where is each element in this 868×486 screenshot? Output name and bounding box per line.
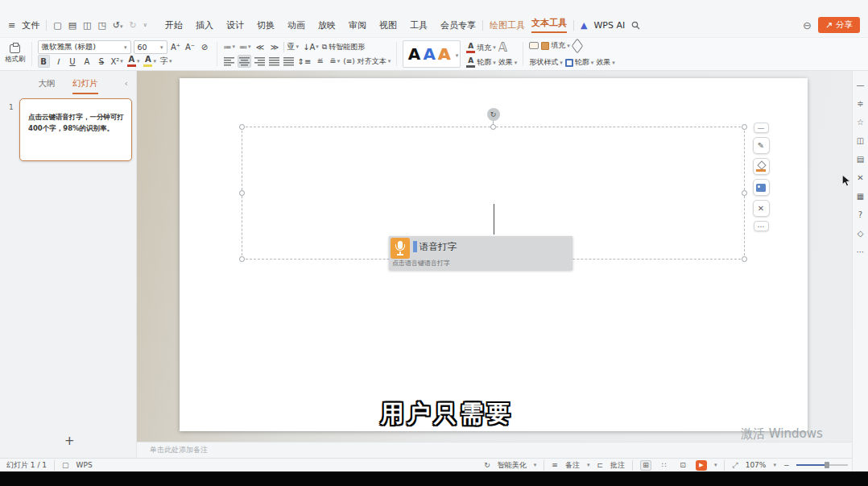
hamburger-icon[interactable]: ≡ [8, 20, 15, 31]
text-style-plain[interactable]: A [408, 44, 420, 64]
style-brush-button[interactable]: ✎ [753, 137, 770, 154]
rotate-handle[interactable]: ↻ [487, 108, 500, 121]
bold-button[interactable]: B [38, 55, 50, 68]
shape-effect-button[interactable]: 效果▾ [596, 57, 615, 68]
justify-button[interactable] [268, 55, 280, 68]
save-icon[interactable]: ▢ [53, 20, 61, 31]
gallery-icon[interactable]: ▦ [857, 192, 864, 201]
chevron-down-icon[interactable]: ▾ [587, 462, 590, 468]
tab-text-tools[interactable]: 文本工具 [531, 17, 567, 33]
chevron-down-icon[interactable]: ∨ [143, 22, 147, 28]
notes-bar[interactable]: 单击此处添加备注 [137, 442, 852, 458]
font-color-button[interactable]: A▾ [126, 55, 141, 68]
share-button[interactable]: 分享 [818, 17, 860, 33]
text-direction-button[interactable]: 亚▾ [287, 40, 300, 53]
paragraph-spacing-button[interactable]: ≝ [314, 55, 326, 68]
resize-handle-bl[interactable] [239, 256, 245, 262]
slide-thumbnail[interactable]: 点击云键语音打字，一分钟可打400个字，98%的识别率。 [19, 98, 132, 161]
chevron-down-icon[interactable]: ▾ [456, 52, 459, 59]
chevron-down-icon[interactable]: ▾ [714, 462, 717, 468]
resize-handle-ml[interactable] [239, 190, 245, 196]
notes-button[interactable]: 备注 [565, 460, 580, 471]
menu-member[interactable]: 会员专享 [440, 19, 476, 31]
reading-view-button[interactable]: ⊡ [677, 460, 688, 471]
annotate-icon[interactable]: ▤ [857, 155, 864, 164]
add-slide-button[interactable]: + [64, 434, 75, 448]
crop-icon[interactable]: ◇ [858, 229, 864, 238]
chevron-down-icon[interactable]: ▾ [773, 462, 776, 468]
menu-insert[interactable]: 插入 [196, 19, 213, 31]
text-outline-button[interactable]: A轮廓▾ [466, 57, 496, 68]
voice-typing-popup[interactable]: 语音打字 点击语音键语音打字 [389, 236, 572, 270]
superscript-button[interactable]: X²▾ [110, 55, 124, 68]
font-size-select[interactable]: 60 ▾ [134, 40, 167, 54]
text-style-blue[interactable]: A [423, 44, 435, 64]
wps-label[interactable]: WPS [76, 461, 93, 469]
spacing-options-button[interactable]: ≞▾ [329, 55, 341, 68]
menu-home[interactable]: 开始 [165, 19, 183, 31]
account-icon[interactable]: ⊖ [803, 19, 812, 31]
text-fill-button[interactable]: A填充▾ [466, 43, 496, 53]
line-spacing-button[interactable]: ⇕≡ [297, 55, 312, 68]
more-tools-button[interactable]: ⋯ [754, 221, 769, 231]
format-painter-button[interactable]: 格式刷 [5, 40, 26, 68]
editing-canvas[interactable]: ↻ 语音打字 点击语音键语音打字 — ✎ ✕ [137, 71, 852, 442]
bullet-list-button[interactable]: ≔▾ [223, 40, 237, 53]
menu-design[interactable]: 设计 [226, 19, 244, 31]
smart-beautify-button[interactable]: 智能美化 [498, 460, 527, 471]
fill-color-button[interactable] [753, 158, 770, 175]
character-spacing-button[interactable]: 字▾ [159, 55, 173, 68]
align-right-button[interactable] [254, 55, 266, 68]
decrease-indent-icon[interactable]: ≪ [254, 40, 267, 53]
menu-review[interactable]: 审阅 [349, 19, 366, 31]
rotate-text-button[interactable]: ↓A▾ [302, 40, 320, 53]
zoom-slider[interactable] [796, 464, 848, 466]
wps-ai-button[interactable]: WPS AI [593, 20, 625, 31]
resize-handle-br[interactable] [742, 256, 747, 262]
print-preview-icon[interactable]: ◫ [83, 20, 91, 31]
file-menu[interactable]: 文件 [22, 19, 39, 31]
slide-sorter-view-button[interactable]: ∷ [659, 460, 670, 471]
tab-drawing-tools[interactable]: 绘图工具 [490, 19, 525, 31]
animation-icon[interactable]: ✕ [857, 173, 863, 182]
clear-format-icon[interactable]: ⊘ [199, 41, 211, 54]
resize-handle-mr[interactable] [742, 190, 747, 196]
properties-icon[interactable]: ≑ [857, 99, 863, 108]
shape-3d-icon[interactable] [571, 38, 583, 53]
collapse-sidebar-icon[interactable]: — [857, 81, 865, 89]
highlight-color-button[interactable]: A▾ [143, 55, 157, 68]
favorites-icon[interactable]: ☆ [857, 118, 864, 127]
italic-button[interactable]: I [52, 55, 64, 68]
redo-icon[interactable]: ↻ [130, 20, 137, 31]
undo-icon[interactable]: ↺▾ [113, 20, 123, 31]
text-style-orange-outline[interactable]: A [438, 44, 450, 64]
increase-indent-icon[interactable]: ≫ [269, 40, 281, 53]
strikethrough-button[interactable]: S [96, 55, 108, 68]
zoom-out-button[interactable]: − [783, 461, 790, 469]
resize-handle-tl[interactable] [239, 124, 245, 130]
search-icon[interactable] [631, 21, 640, 30]
text-shadow-button[interactable]: A [81, 55, 93, 68]
menu-animation[interactable]: 动画 [287, 19, 305, 31]
underline-button[interactable]: U [67, 55, 79, 68]
shape-style-button[interactable]: 形状样式▾ [529, 57, 563, 68]
wps-shortcut-icon[interactable]: ▢ [62, 461, 69, 469]
text-style-gallery[interactable]: A A A ▾ [403, 40, 461, 68]
print-icon[interactable]: ▤ [68, 20, 76, 31]
menu-slideshow[interactable]: 放映 [318, 19, 336, 31]
align-left-button[interactable] [223, 55, 235, 68]
collapse-tools-button[interactable]: — [754, 123, 769, 133]
align-center-button[interactable] [238, 55, 251, 68]
slide-page[interactable]: ↻ 语音打字 点击语音键语音打字 [180, 78, 808, 431]
help-icon[interactable]: ? [858, 210, 862, 219]
menu-transition[interactable]: 切换 [257, 19, 275, 31]
align-text-button[interactable]: (≡) 对齐文本▾ [343, 56, 391, 67]
picture-fill-button[interactable] [753, 179, 770, 196]
slides-copy-icon[interactable]: ◫ [857, 136, 864, 145]
play-slideshow-button[interactable]: ▶ [696, 460, 707, 471]
shape-outline-button[interactable]: 轮廓▾ [565, 57, 594, 68]
menu-view[interactable]: 视图 [379, 19, 397, 31]
decrease-font-icon[interactable]: A⁻ [184, 41, 196, 54]
tab-slides[interactable]: 幻灯片 [72, 78, 98, 94]
text-effect-button[interactable]: 效果▾ [498, 57, 518, 68]
